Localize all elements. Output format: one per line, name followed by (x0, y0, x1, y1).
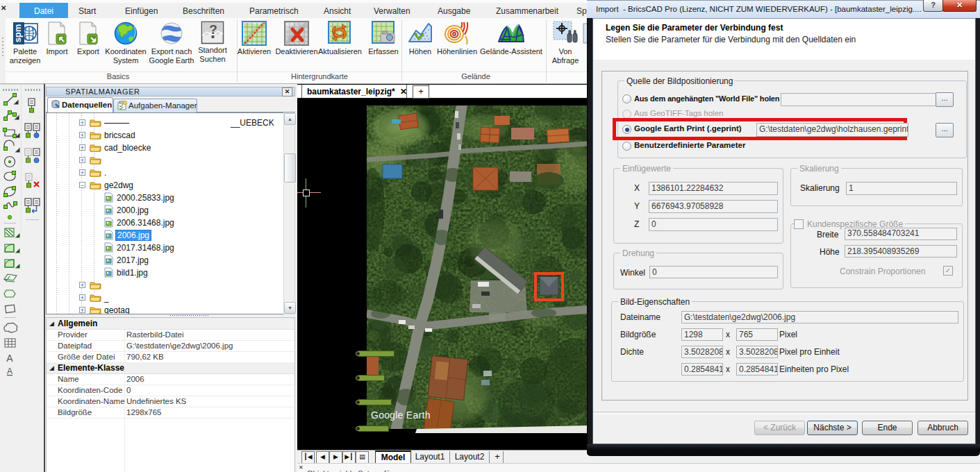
svg-text:A: A (6, 353, 13, 364)
svg-text:A: A (7, 366, 13, 376)
svg-text:?: ? (209, 22, 217, 37)
svg-text:spm: spm (13, 24, 23, 43)
